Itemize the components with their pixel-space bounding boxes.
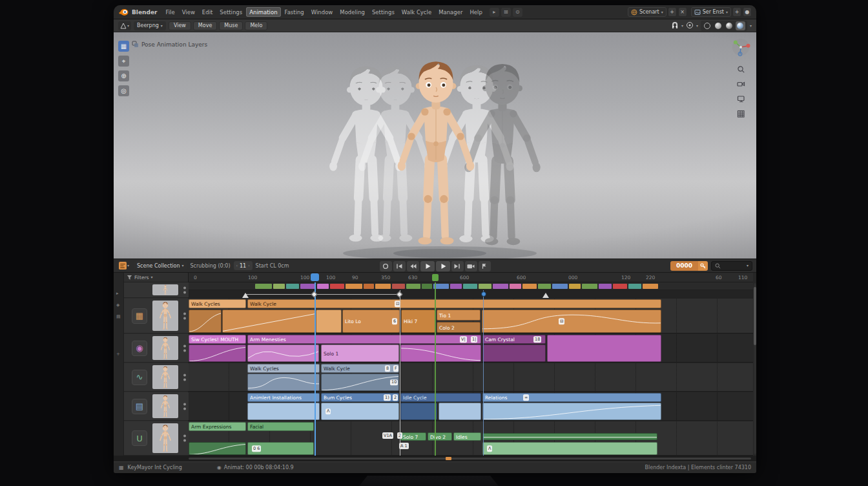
layer-new-button[interactable]: + [732,7,741,17]
nla-strip[interactable] [439,403,481,420]
annotate-tool[interactable]: ◎ [118,85,129,96]
channel-row-0[interactable]: ▦ [124,299,189,333]
nla-strip[interactable] [247,374,320,391]
marker-triangle[interactable] [242,293,249,298]
nla-strip[interactable]: Λ [321,403,399,420]
menu-edit[interactable]: Edit [199,7,216,17]
jump-to-start-button[interactable] [393,261,406,271]
nla-strip[interactable] [247,403,320,420]
channel-row-2[interactable]: ∿ [124,363,189,392]
channel-toggle-dots[interactable] [183,312,186,319]
editor-type-button[interactable]: ▾ [118,261,130,270]
nla-strip-facial[interactable]: Facial [247,422,314,431]
nla-strip[interactable] [189,442,246,455]
play-button[interactable] [420,261,435,271]
camera-icon[interactable] [736,79,746,89]
menu-file[interactable]: File [162,7,178,17]
nla-strip[interactable] [482,344,546,362]
channel-toggle-dots[interactable] [183,403,186,410]
nla-strip-divo-2[interactable]: Divo 2 [428,432,452,441]
marker-button[interactable] [479,261,491,271]
hscroll-track[interactable] [189,458,751,460]
keyframe-diamond[interactable] [311,291,318,298]
nla-strip-solo-1[interactable]: Solo 1 [321,344,399,362]
menu-animation[interactable]: Animation [246,7,280,17]
nla-strip-tio-1[interactable]: Tio 1 [437,310,480,321]
channel-row-summary[interactable] [124,282,189,298]
menu-help[interactable]: Help [466,7,485,17]
nla-strip[interactable]: ⊟ [482,310,661,333]
timeline-ruler[interactable]: 01001001009035063060060000012022060110 [189,273,753,282]
nla-strip-walk-cycles[interactable]: Walk Cycles [247,364,320,373]
menu-settings[interactable]: Settings [369,7,398,17]
layer-render-button[interactable]: ● [743,7,752,17]
nla-strip[interactable]: 0 6 [247,442,314,455]
step-back-button[interactable] [407,261,419,271]
keyframe-diamond[interactable] [397,291,403,298]
view-layer-selector[interactable]: Ser Enst ▾ [691,7,731,17]
gutter-keying-icon[interactable]: ◈ [116,302,119,308]
nla-strip[interactable] [222,310,315,333]
playhead-handle[interactable] [311,273,319,281]
nla-strip-idles[interactable]: Idles [453,432,481,441]
spinner-next-icon[interactable]: › [248,264,249,268]
channel-toggle-dots[interactable] [183,286,186,293]
track-area[interactable]: 01001001009035063060060000012022060110 W… [189,273,753,456]
chevron-down-icon[interactable]: ▾ [750,24,752,28]
marker-tab[interactable] [432,274,439,281]
shading-solid-icon[interactable] [714,21,723,30]
gutter-expand-icon[interactable]: ▸ [116,291,119,296]
nla-strip-arm-expressions[interactable]: Arm Expressions [189,422,246,431]
gutter-add-icon[interactable]: + [116,352,120,357]
channel-toggle-dots[interactable] [183,374,186,381]
nla-strip-hiki-7[interactable]: Hiki 7 [401,310,435,333]
menu-modeling[interactable]: Modeling [336,7,368,17]
nla-strip-siw-cycles-mouth[interactable]: Siw Cycles! MOUTH [189,335,246,344]
menu-walk-cycle[interactable]: Walk Cycle [398,7,435,17]
viewport-3d[interactable]: ▦⌖⊕◎ Pose Animation Layers [114,32,756,259]
nla-strip-walk-cycle[interactable]: Walk Cycle8F [321,364,399,373]
scene-collection-dropdown[interactable]: Scene Collection ▾ [134,261,187,270]
timeline-hscroll[interactable] [114,456,756,461]
channel-filter[interactable]: Filters ▾ [124,273,188,282]
menu-view[interactable]: View [179,7,198,17]
proportional-editing-icon[interactable] [686,19,694,32]
vertical-scrollbar[interactable] [754,283,756,454]
nla-strip[interactable] [400,344,481,362]
playhead[interactable] [315,282,316,456]
nla-strip-cam-crystal[interactable]: Cam Crystal18 [482,335,546,344]
nla-strip-solo-7[interactable]: Solo 7 [400,432,426,441]
menu-manager[interactable]: Manager [435,7,466,17]
jump-to-end-button[interactable] [451,261,464,271]
menu-window[interactable]: Window [308,7,336,17]
menu-fasting[interactable]: Fasting [282,7,307,17]
hscroll-marker[interactable] [446,457,451,460]
nla-strip-animlert-installations[interactable]: Animlert Installations [247,393,320,402]
scene-unlink-button[interactable]: × [678,7,687,17]
nla-strip-walk-cycle[interactable]: Walk Cycle⊡ [247,299,661,308]
keying-icon[interactable] [698,261,708,271]
scene-new-button[interactable]: + [668,7,677,17]
navigation-gizmo[interactable] [731,37,750,59]
nla-strip-relations[interactable]: Relations∞ [482,393,661,402]
blender-logo-icon[interactable] [118,8,129,16]
snap-magnet-icon[interactable] [671,19,679,32]
tweak-tool[interactable]: ▦ [118,41,129,52]
channel-row-1[interactable]: ◉ [124,334,189,363]
timeline-search-input[interactable]: ▾ [711,261,752,271]
spinner-prev-icon[interactable]: ‹ [236,264,238,268]
toolbar-button-muse[interactable]: Muse [219,21,243,30]
zoom-icon[interactable] [736,64,746,74]
grid-overlay-icon[interactable]: ⊞ [501,8,511,17]
nla-strip-arm-menesties[interactable]: Arm MenestiesV|1| [247,335,481,344]
nla-strip-bum-cycles[interactable]: Bum Cycles1)2 [321,393,399,402]
channel-row-3[interactable]: ▤ [124,392,189,421]
grid-icon[interactable] [736,109,746,119]
play-forward-button[interactable] [436,261,450,271]
toolbar-button-move[interactable]: Move [193,21,217,30]
nla-strip-colo-2[interactable]: Colo 2 [437,322,480,333]
nla-strip[interactable] [189,344,246,362]
cursor-tool[interactable]: ⌖ [118,56,129,67]
editor-play-icon[interactable]: ▸ [490,8,499,17]
nla-strip[interactable] [482,403,661,420]
